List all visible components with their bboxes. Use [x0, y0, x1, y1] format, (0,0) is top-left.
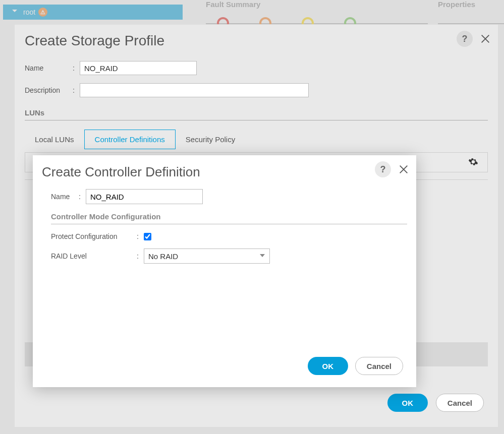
tab-security-policy[interactable]: Security Policy: [176, 130, 245, 149]
close-icon: [480, 33, 491, 44]
name-label: Name: [25, 64, 73, 72]
luns-tabs: Local LUNs Controller Definitions Securi…: [25, 130, 488, 149]
mode-divider: [51, 224, 407, 224]
name-input[interactable]: [86, 189, 203, 204]
dialog-title: Create Controller Definition: [42, 164, 407, 180]
cancel-button[interactable]: Cancel: [355, 357, 403, 375]
name-label: Name: [51, 193, 79, 201]
tab-local-luns[interactable]: Local LUNs: [25, 130, 84, 149]
name-input[interactable]: [80, 61, 197, 75]
dialog-title: Create Storage Profile: [25, 33, 488, 49]
close-icon: [398, 164, 409, 175]
ok-button[interactable]: OK: [308, 357, 348, 375]
ok-button[interactable]: OK: [387, 394, 428, 412]
protect-config-label: Protect Configuration: [51, 232, 137, 240]
create-controller-definition-dialog: Create Controller Definition ? Name : Co…: [33, 155, 416, 387]
controller-mode-heading: Controller Mode Configuration: [51, 212, 407, 221]
raid-level-label: RAID Level: [51, 252, 137, 260]
help-button[interactable]: ?: [457, 31, 473, 47]
description-label: Description: [25, 86, 73, 94]
description-input[interactable]: [80, 83, 309, 97]
cancel-button[interactable]: Cancel: [436, 394, 484, 412]
close-button[interactable]: [480, 33, 491, 44]
luns-divider: [25, 120, 488, 120]
gear-icon[interactable]: [468, 157, 478, 169]
raid-level-select[interactable]: No RAID: [144, 249, 270, 264]
close-button[interactable]: [398, 164, 409, 175]
protect-config-checkbox[interactable]: [144, 233, 151, 240]
tab-controller-definitions[interactable]: Controller Definitions: [84, 130, 176, 149]
help-button[interactable]: ?: [375, 161, 391, 177]
luns-section-heading: LUNs: [25, 108, 488, 120]
